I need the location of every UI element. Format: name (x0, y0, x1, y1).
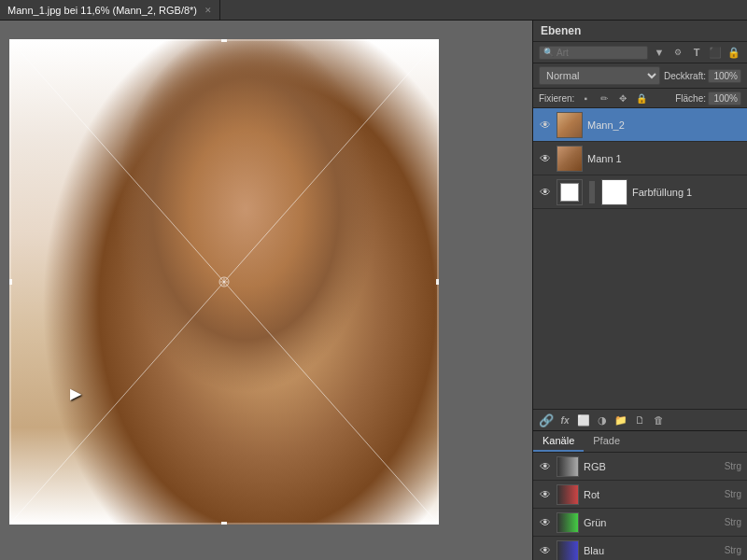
folder-icon[interactable]: 📁 (613, 413, 628, 427)
layers-toolbar: 🔍 ▼ ⚙ T ⬛ 🔒 (533, 42, 747, 63)
layer-thumbnail (557, 146, 583, 172)
opacity-label: Deckkraft: (664, 71, 706, 81)
channel-thumbnail (557, 540, 579, 561)
filter-icon[interactable]: ▼ (652, 45, 667, 60)
channel-thumbnail (557, 512, 579, 533)
channel-visibility-toggle[interactable]: 👁 (539, 460, 552, 473)
tab-close[interactable]: ✕ (204, 6, 212, 15)
lock-transparency-icon[interactable]: ▪ (578, 91, 593, 105)
lock-all-icon[interactable]: 🔒 (634, 91, 649, 105)
layer-item[interactable]: 👁 Mann 1 (533, 142, 747, 175)
lock-icon-toolbar[interactable]: 🔒 (726, 45, 741, 60)
tab-channels[interactable]: Kanäle (533, 431, 584, 452)
tab-bar: Mann_1.jpg bei 11,6% (Mann_2, RGB/8*) ✕ (0, 0, 747, 21)
layer-thumbnail (557, 179, 583, 205)
tab-paths[interactable]: Pfade (584, 431, 629, 452)
right-panel: Ebenen 🔍 ▼ ⚙ T ⬛ 🔒 Normal Deckkraft (532, 21, 747, 560)
shape-icon[interactable]: ⬛ (708, 45, 723, 60)
layer-name: Farbfüllung 1 (632, 187, 741, 198)
layer-name: Mann 1 (587, 153, 741, 164)
channel-item[interactable]: 👁 RGB Strg (533, 453, 747, 481)
channel-name: RGB (584, 461, 720, 472)
lock-row: Fixieren: ▪ ✏ ✥ 🔒 Fläche: (533, 89, 747, 108)
search-input[interactable] (557, 48, 603, 58)
channels-panel: Kanäle Pfade 👁 RGB Strg 👁 Rot Strg (533, 431, 747, 560)
lock-label: Fixieren: (539, 93, 574, 104)
layer-options-icon[interactable]: ⚙ (670, 45, 685, 60)
photo-man (9, 39, 439, 525)
channel-thumbnail (557, 484, 579, 505)
fx-icon[interactable]: fx (557, 413, 572, 427)
search-icon: 🔍 (543, 48, 554, 57)
lock-paint-icon[interactable]: ✏ (597, 91, 612, 105)
layers-panel: Ebenen 🔍 ▼ ⚙ T ⬛ 🔒 Normal Deckkraft (533, 21, 747, 431)
channel-visibility-toggle[interactable]: 👁 (539, 516, 552, 529)
channel-name: Blau (584, 545, 720, 556)
opacity-input[interactable] (708, 69, 741, 83)
layer-visibility-toggle[interactable]: 👁 (539, 119, 552, 132)
blend-mode-select[interactable]: Normal (539, 66, 660, 85)
canvas-document (9, 39, 439, 525)
layer-mask-thumbnail (601, 179, 627, 205)
layer-visibility-toggle[interactable]: 👁 (539, 186, 552, 199)
channel-visibility-toggle[interactable]: 👁 (539, 544, 552, 557)
layer-item[interactable]: 👁 Mann_2 (533, 108, 747, 142)
text-icon[interactable]: T (689, 45, 704, 60)
channel-shortcut: Strg (725, 489, 741, 499)
layer-thumb-image (557, 147, 582, 171)
mask-icon[interactable]: ⬜ (576, 413, 591, 427)
delete-layer-icon[interactable]: 🗑 (651, 413, 666, 427)
layers-list: 👁 Mann_2 👁 Mann 1 👁 (533, 108, 747, 409)
channel-item[interactable]: 👁 Blau Strg (533, 537, 747, 560)
opacity-group: Deckkraft: (664, 69, 741, 83)
channel-shortcut: Strg (725, 545, 741, 555)
lock-position-icon[interactable]: ✥ (615, 91, 630, 105)
fill-layer-icon (560, 183, 579, 202)
main-layout: ▶ Ebenen 🔍 ▼ ⚙ T ⬛ 🔒 Normal (0, 21, 747, 560)
search-box[interactable]: 🔍 (539, 46, 648, 60)
new-layer-icon[interactable]: 🗋 (632, 413, 647, 427)
channel-shortcut: Strg (725, 461, 741, 471)
channel-name: Rot (584, 489, 720, 500)
channel-name: Grün (584, 517, 720, 528)
tab-label: Mann_1.jpg bei 11,6% (Mann_2, RGB/8*) (7, 5, 197, 16)
layers-bottom-bar: 🔗 fx ⬜ ◑ 📁 🗋 🗑 (533, 409, 747, 430)
layer-name: Mann_2 (587, 119, 741, 131)
layer-visibility-toggle[interactable]: 👁 (539, 152, 552, 165)
channel-visibility-toggle[interactable]: 👁 (539, 488, 552, 501)
blend-row: Normal Deckkraft: (533, 63, 747, 89)
channels-list: 👁 RGB Strg 👁 Rot Strg 👁 Grün S (533, 453, 747, 560)
lock-icons: ▪ ✏ ✥ 🔒 (578, 91, 649, 105)
tab-mann1[interactable]: Mann_1.jpg bei 11,6% (Mann_2, RGB/8*) ✕ (0, 0, 220, 20)
link-icon[interactable]: 🔗 (539, 413, 554, 427)
layer-mask-link (589, 181, 595, 203)
channel-item[interactable]: 👁 Grün Strg (533, 509, 747, 537)
canvas-area[interactable]: ▶ (0, 21, 532, 560)
channel-thumbnail (557, 456, 579, 477)
fill-label: Fläche: (675, 93, 706, 104)
layer-thumb-image (557, 113, 582, 137)
fill-input[interactable] (708, 91, 741, 105)
layers-panel-title: Ebenen (533, 21, 747, 42)
fill-group: Fläche: (675, 91, 741, 105)
channels-tabs: Kanäle Pfade (533, 431, 747, 453)
channel-item[interactable]: 👁 Rot Strg (533, 481, 747, 509)
layer-thumbnail (557, 112, 583, 138)
layer-item[interactable]: 👁 Farbfüllung 1 (533, 175, 747, 209)
adjustment-icon[interactable]: ◑ (595, 413, 610, 427)
channel-shortcut: Strg (725, 517, 741, 527)
